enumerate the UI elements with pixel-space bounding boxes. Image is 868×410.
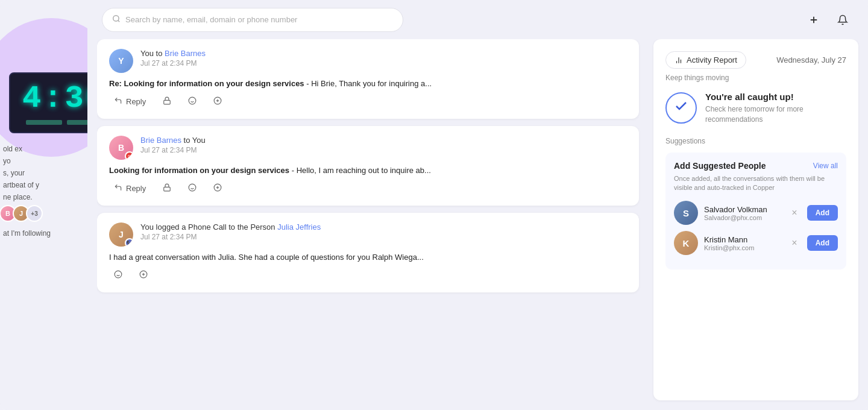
card-3-header: J 📞 You logged a Phone Call to the Perso… [109, 222, 627, 247]
card-2-avatar: B ✉ [109, 136, 133, 160]
header-actions [803, 9, 854, 31]
card-2-time: Jul 27 at 2:34 PM [140, 146, 627, 154]
card-3-meta: You logged a Phone Call to the Person Ju… [140, 222, 627, 241]
email-badge: ✉ [125, 151, 133, 160]
card-1-emoji-button[interactable] [183, 94, 201, 109]
card-3-actions [109, 268, 627, 283]
card-2-preview: - Hello, I am reaching out to inquire ab… [292, 166, 431, 175]
svg-line-1 [118, 20, 120, 22]
card-1-actions: Reply [109, 94, 627, 109]
card-2-sender-link[interactable]: Brie Barnes [140, 136, 181, 145]
main-content: Search by name, email, domain or phone n… [87, 0, 868, 410]
card-1-header: Y You to Brie Barnes Jul 27 at 2:34 PM [109, 49, 627, 73]
clock-widget: 4:30 [9, 72, 87, 133]
svg-point-5 [189, 97, 196, 104]
right-panel: Activity Report Wednesday, July 27 Keep … [653, 39, 858, 400]
left-text-4: artbeat of y [3, 181, 39, 189]
person-2-dismiss-button[interactable]: × [788, 236, 800, 250]
header: Search by name, email, domain or phone n… [87, 0, 868, 39]
suggested-title: Add Suggested People [674, 161, 766, 171]
card-2-subject: Looking for information on your design s… [109, 166, 627, 175]
left-panel: 4:30 old ex yo s, your artbeat of y ne p… [0, 0, 87, 410]
suggested-people-card: Add Suggested People View all Once added… [665, 153, 846, 270]
suggestions-label: Suggestions [665, 137, 846, 145]
card-3-emoji-add-button[interactable] [134, 268, 153, 283]
caught-up-text: You're all caught up! Check here tomorro… [705, 92, 846, 125]
phone-badge: 📞 [125, 238, 133, 247]
view-all-link[interactable]: View all [813, 162, 838, 170]
emoji-icon [188, 96, 197, 107]
suggested-person-1: S Salvador Volkman Salvador@phx.com × Ad… [674, 201, 838, 225]
person-1-name: Salvador Volkman [704, 205, 782, 214]
card-2-actions: Reply [109, 181, 627, 196]
card-2-emoji-add-button[interactable] [209, 181, 227, 196]
report-icon [675, 56, 683, 65]
svg-point-0 [113, 16, 119, 21]
notifications-button[interactable] [832, 9, 854, 31]
person-2-email: Kristin@phx.com [704, 244, 782, 251]
card-1-subject: Re: Looking for information on your desi… [109, 79, 627, 88]
card-1-avatar: Y [109, 49, 133, 73]
emoji-add-icon [213, 96, 222, 107]
person-2-name: Kristin Mann [704, 235, 782, 244]
card-3-body: I had a great conversation with Julia. S… [109, 253, 627, 262]
left-avatars: B J +3 [3, 205, 43, 222]
emoji-add-icon-2 [213, 183, 222, 194]
suggested-desc: Once added, all the conversations with t… [674, 174, 838, 193]
feed-card-2: B ✉ Brie Barnes to You Jul 27 at 2:34 PM… [97, 126, 639, 206]
lock-icon-2 [163, 183, 171, 194]
lock-icon [163, 96, 171, 107]
left-text-5: ne place. [3, 193, 39, 201]
card-1-emoji-add-button[interactable] [209, 94, 227, 109]
card-1-preview: - Hi Brie, Thank you for inquiring a... [306, 79, 432, 88]
add-button[interactable] [803, 9, 825, 31]
card-1-time: Jul 27 at 2:34 PM [140, 59, 627, 68]
card-1-meta: You to Brie Barnes Jul 27 at 2:34 PM [140, 49, 627, 68]
card-2-lock-button[interactable] [158, 181, 176, 196]
date-label: Wednesday, July 27 [776, 55, 846, 65]
activity-report-button[interactable]: Activity Report [665, 51, 746, 69]
card-2-reply-button[interactable]: Reply [109, 181, 151, 196]
check-circle [665, 92, 697, 124]
content-split: Y You to Brie Barnes Jul 27 at 2:34 PM R… [87, 39, 868, 410]
search-placeholder: Search by name, email, domain or phone n… [125, 15, 297, 24]
card-3-time: Jul 27 at 2:34 PM [140, 233, 627, 241]
reply-icon-2 [114, 183, 122, 194]
person-1-dismiss-button[interactable]: × [788, 206, 800, 219]
clock-foot-right [67, 120, 87, 125]
left-text-3: s, your [3, 169, 39, 177]
card-1-lock-button[interactable] [158, 94, 176, 109]
keep-moving-text: Keep things moving [665, 74, 846, 82]
clock-display: 4:30 [22, 81, 87, 116]
card-2-header: B ✉ Brie Barnes to You Jul 27 at 2:34 PM [109, 136, 627, 160]
emoji-add-icon-3 [139, 270, 148, 280]
search-bar[interactable]: Search by name, email, domain or phone n… [102, 8, 403, 32]
left-text-2: yo [3, 157, 39, 165]
person-2-avatar: K [674, 231, 698, 255]
suggested-person-2: K Kristin Mann Kristin@phx.com × Add [674, 231, 838, 255]
card-1-from: You to Brie Barnes [140, 49, 627, 58]
clock-foot-left [26, 120, 62, 125]
card-1-recipient-link[interactable]: Brie Barnes [165, 49, 206, 58]
svg-point-18 [115, 271, 122, 278]
card-2-emoji-button[interactable] [183, 181, 201, 196]
suggested-header: Add Suggested People View all [674, 161, 838, 171]
left-text-items: old ex yo s, your artbeat of y ne place. [3, 145, 39, 205]
feed-card-3: J 📞 You logged a Phone Call to the Perso… [97, 213, 639, 292]
card-1-reply-button[interactable]: Reply [109, 94, 151, 109]
search-icon [112, 14, 121, 25]
person-2-add-button[interactable]: Add [807, 235, 838, 251]
svg-rect-4 [164, 100, 171, 104]
activity-feed: Y You to Brie Barnes Jul 27 at 2:34 PM R… [97, 39, 646, 400]
right-panel-header: Activity Report Wednesday, July 27 [665, 51, 846, 69]
reply-icon [114, 96, 122, 107]
card-3-from: You logged a Phone Call to the Person Ju… [140, 222, 627, 232]
person-1-info: Salvador Volkman Salvador@phx.com [704, 205, 782, 221]
card-2-from: Brie Barnes to You [140, 136, 627, 145]
person-1-add-button[interactable]: Add [807, 205, 838, 221]
svg-rect-11 [164, 187, 171, 191]
caught-up-card: You're all caught up! Check here tomorro… [665, 92, 846, 125]
card-3-emoji-button[interactable] [109, 268, 127, 283]
card-3-person-link[interactable]: Julia Jeffries [277, 222, 321, 232]
emoji-icon-2 [188, 183, 197, 194]
